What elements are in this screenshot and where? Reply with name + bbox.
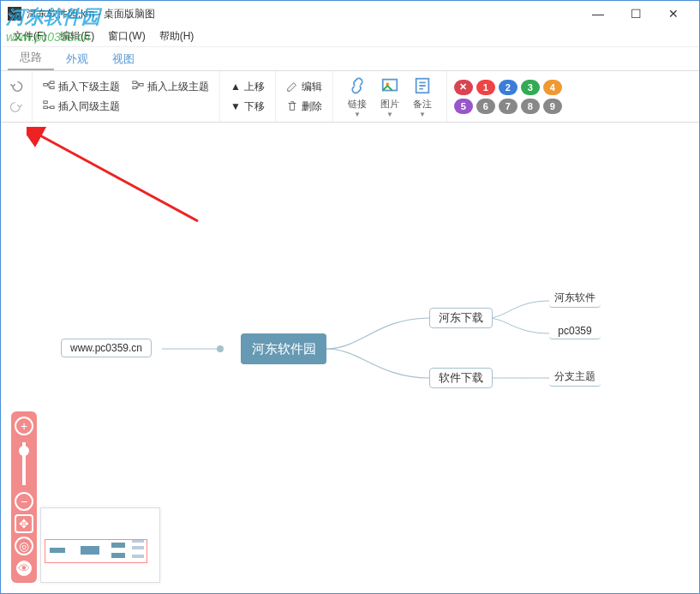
insert-sibling-label: 插入同级主题 — [58, 99, 120, 114]
priority-3[interactable]: 3 — [521, 80, 540, 95]
close-button[interactable]: ✕ — [655, 1, 692, 27]
svg-rect-8 — [51, 106, 54, 109]
leaf-node[interactable]: pc0359 — [549, 325, 601, 339]
tab-appearance[interactable]: 外观 — [54, 48, 100, 70]
branch-node-text: 软件下载 — [439, 370, 483, 386]
move-up-label: 上移 — [244, 80, 265, 94]
edit-label: 编辑 — [302, 80, 322, 94]
up-icon: ▲ — [230, 81, 241, 93]
insert-parent-icon — [132, 81, 144, 93]
titlebar: 河东软件园.km - 桌面版脑图 — ☐ ✕ — [1, 1, 699, 27]
tab-view[interactable]: 视图 — [100, 48, 147, 70]
priority-5[interactable]: 5 — [454, 99, 473, 114]
svg-rect-3 — [140, 84, 143, 87]
down-icon: ▼ — [230, 100, 241, 112]
toolbar: 插入下级主题 插入上级主题 插入同级主题 ▲ 上移 ▼ 下移 编辑 删 — [1, 71, 699, 123]
branch-node[interactable]: 软件下载 — [429, 368, 493, 388]
minimap-viewport[interactable] — [45, 539, 147, 563]
connector — [217, 345, 224, 352]
menu-file[interactable]: 文件(F) — [6, 29, 53, 44]
svg-rect-5 — [133, 87, 136, 89]
link-label: 链接 — [348, 98, 367, 111]
insert-child-button[interactable]: 插入下级主题 — [43, 80, 120, 94]
toggle-minimap-button[interactable]: 👁 — [15, 559, 33, 578]
redo-button[interactable] — [8, 99, 25, 116]
delete-icon — [286, 100, 298, 112]
note-icon — [412, 75, 433, 96]
dropdown-icon: ▼ — [386, 111, 393, 118]
leaf-node[interactable]: 河东软件 — [549, 291, 601, 308]
insert-sibling-button[interactable]: 插入同级主题 — [43, 99, 209, 114]
float-node-text: www.pc0359.cn — [70, 342, 142, 354]
edit-button[interactable]: 编辑 — [286, 80, 322, 94]
priority-clear[interactable]: ✕ — [454, 80, 473, 95]
svg-rect-1 — [51, 81, 54, 84]
menu-help[interactable]: 帮助(H) — [153, 29, 201, 44]
tabbar: 思路 外观 视图 — [1, 47, 699, 71]
insert-parent-button[interactable]: 插入上级主题 — [132, 80, 209, 94]
note-label: 备注 — [413, 98, 432, 111]
leaf-node-text: 河东软件 — [554, 291, 595, 305]
zoom-slider[interactable] — [22, 442, 26, 485]
menu-window[interactable]: 窗口(W) — [101, 29, 152, 44]
locate-button[interactable]: ◎ — [15, 537, 33, 555]
maximize-button[interactable]: ☐ — [617, 1, 655, 27]
leaf-node-text: 分支主题 — [554, 369, 595, 384]
dropdown-icon: ▼ — [419, 111, 426, 118]
priority-2[interactable]: 2 — [499, 80, 518, 95]
priority-1[interactable]: 1 — [476, 80, 495, 95]
svg-rect-7 — [44, 106, 47, 109]
edit-icon — [286, 81, 298, 93]
undo-icon — [9, 80, 23, 93]
window-title: 河东软件园.km - 桌面版脑图 — [27, 7, 579, 21]
insert-parent-label: 插入上级主题 — [147, 80, 209, 94]
zoom-panel: + − ✥ ◎ 👁 — [11, 411, 37, 583]
image-button[interactable]: 图片 ▼ — [376, 75, 404, 118]
insert-child-label: 插入下级主题 — [58, 80, 120, 94]
dropdown-icon: ▼ — [354, 111, 361, 118]
minimap[interactable] — [40, 507, 160, 583]
image-icon — [380, 75, 400, 96]
svg-rect-0 — [44, 84, 47, 87]
minimize-button[interactable]: — — [579, 1, 617, 27]
zoom-in-button[interactable]: + — [15, 417, 33, 435]
leaf-node[interactable]: 分支主题 — [549, 369, 601, 387]
priority-6[interactable]: 6 — [476, 99, 495, 114]
mindmap-canvas[interactable]: www.pc0359.cn 河东软件园 河东下载 软件下载 河东软件 pc035… — [1, 123, 699, 593]
move-down-label: 下移 — [244, 99, 265, 114]
undo-button[interactable] — [8, 78, 25, 95]
delete-button[interactable]: 删除 — [286, 99, 322, 114]
priority-group: ✕ 1 2 3 4 5 6 7 8 9 — [447, 76, 584, 117]
priority-4[interactable]: 4 — [543, 80, 562, 95]
priority-8[interactable]: 8 — [521, 99, 540, 114]
priority-7[interactable]: 7 — [499, 99, 518, 114]
delete-label: 删除 — [302, 99, 322, 114]
svg-rect-6 — [44, 101, 47, 104]
pan-button[interactable]: ✥ — [15, 514, 33, 533]
root-node[interactable]: 河东软件园 — [241, 333, 326, 364]
insert-child-icon — [43, 81, 55, 93]
redo-icon — [9, 100, 23, 114]
root-node-text: 河东软件园 — [252, 341, 316, 357]
priority-9[interactable]: 9 — [543, 99, 562, 114]
branch-node[interactable]: 河东下载 — [429, 308, 493, 328]
svg-rect-4 — [133, 81, 136, 84]
zoom-out-button[interactable]: − — [15, 492, 33, 511]
move-down-button[interactable]: ▼ 下移 — [230, 99, 265, 114]
link-icon — [347, 75, 368, 96]
move-up-button[interactable]: ▲ 上移 — [230, 80, 265, 94]
insert-sibling-icon — [43, 100, 55, 112]
link-button[interactable]: 链接 ▼ — [344, 75, 371, 118]
leaf-node-text: pc0359 — [558, 325, 591, 337]
svg-rect-2 — [51, 87, 54, 89]
branch-node-text: 河东下载 — [439, 310, 483, 326]
image-label: 图片 — [380, 98, 399, 111]
menu-edit[interactable]: 编辑(E) — [53, 29, 101, 44]
tab-mind[interactable]: 思路 — [8, 46, 54, 70]
app-icon — [8, 7, 21, 21]
note-button[interactable]: 备注 ▼ — [409, 75, 436, 118]
menubar: 文件(F) 编辑(E) 窗口(W) 帮助(H) — [1, 27, 699, 47]
svg-line-13 — [37, 134, 198, 221]
float-node[interactable]: www.pc0359.cn — [61, 339, 152, 357]
arrow-annotation — [27, 127, 206, 230]
